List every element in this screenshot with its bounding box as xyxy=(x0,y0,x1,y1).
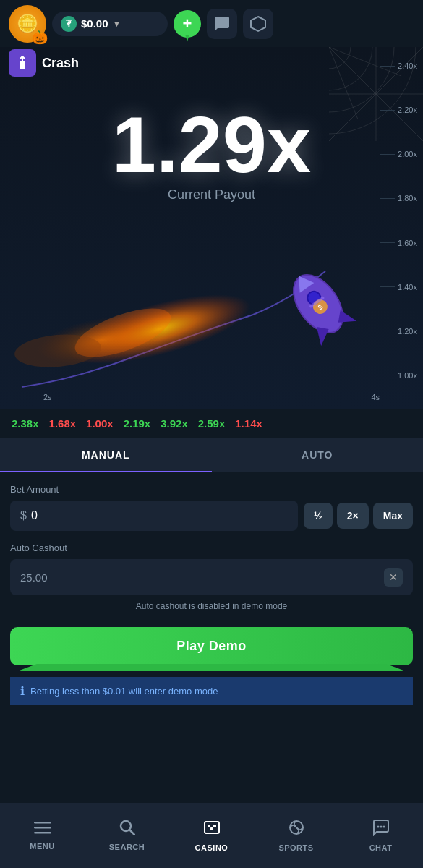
info-text: Betting less than $0.01 will enter demo … xyxy=(30,686,218,697)
svg-rect-29 xyxy=(213,825,216,827)
game-title: Crash xyxy=(42,56,79,71)
search-icon xyxy=(119,820,135,840)
menu-label: MENU xyxy=(30,842,54,851)
info-banner: ℹ Betting less than $0.01 will enter dem… xyxy=(10,677,413,705)
nav-search[interactable]: SEARCH xyxy=(85,812,169,859)
search-label: SEARCH xyxy=(109,843,145,851)
clear-cashout-button[interactable]: ✕ xyxy=(384,568,403,587)
half-button[interactable]: ½ xyxy=(304,503,333,529)
cashout-label: Auto Cashout xyxy=(10,542,413,553)
game-title-area: Crash xyxy=(9,49,79,77)
logo-coin: 🪙 xyxy=(9,5,46,43)
add-funds-button[interactable]: + xyxy=(174,10,201,38)
hex-icon xyxy=(249,15,267,33)
history-item-7: 1.14x xyxy=(232,416,265,431)
svg-point-32 xyxy=(377,826,379,828)
bet-panel: Bet Amount $ ½ 2× Max Auto Cashout 25.00… xyxy=(0,472,423,717)
tether-icon: ₮ xyxy=(61,16,77,32)
chevron-down-icon: ▼ xyxy=(113,19,121,29)
svg-rect-23 xyxy=(34,827,51,829)
game-area: 2.40x 2.20x 2.00x 1.80x 1.60x 1.40x 1.20… xyxy=(0,47,423,409)
bet-amount-input[interactable] xyxy=(31,509,89,522)
tab-manual[interactable]: MANUAL xyxy=(0,439,212,472)
history-item-6: 2.59x xyxy=(195,416,228,431)
time-label-4s: 4s xyxy=(371,393,380,401)
history-item-4: 2.19x xyxy=(121,416,154,431)
multiplier-buttons: ½ 2× Max xyxy=(304,503,413,529)
svg-point-34 xyxy=(383,826,385,828)
balance-amount: $0.00 xyxy=(81,17,108,30)
history-item-3: 1.00x xyxy=(83,416,116,431)
hex-button[interactable] xyxy=(243,9,273,39)
sports-label: SPORTS xyxy=(278,843,313,852)
casino-label: CASINO xyxy=(195,843,228,852)
game-icon xyxy=(9,49,36,77)
bet-amount-row: $ ½ 2× Max xyxy=(10,501,413,531)
currency-symbol: $ xyxy=(20,509,27,522)
chat-nav-icon xyxy=(372,819,390,841)
demo-note: Auto cashout is disabled in demo mode xyxy=(10,595,413,614)
play-demo-button[interactable]: Play Demo xyxy=(10,627,413,665)
history-item-1: 2.38x xyxy=(9,416,42,431)
max-button[interactable]: Max xyxy=(373,503,413,529)
tab-auto[interactable]: AUTO xyxy=(212,439,424,472)
cashout-value: 25.00 xyxy=(20,571,48,584)
svg-line-26 xyxy=(129,830,134,835)
svg-rect-24 xyxy=(34,832,51,834)
rocket-animation: $ xyxy=(0,47,423,409)
sports-icon xyxy=(288,819,305,841)
nav-chat[interactable]: CHAT xyxy=(338,812,423,859)
nav-casino[interactable]: CASINO xyxy=(169,812,254,859)
bottom-nav: MENU SEARCH CASINO xyxy=(0,803,423,868)
svg-rect-28 xyxy=(208,825,210,827)
svg-rect-30 xyxy=(210,827,213,830)
history-item-5: 3.92x xyxy=(158,416,191,431)
amount-input-container: $ xyxy=(10,501,298,531)
svg-rect-35 xyxy=(20,61,25,69)
history-item-2: 1.68x xyxy=(46,416,80,431)
chat-icon xyxy=(213,15,231,33)
bet-amount-label: Bet Amount xyxy=(10,484,413,495)
cashout-section: Auto Cashout 25.00 ✕ Auto cashout is dis… xyxy=(10,542,413,614)
chat-button[interactable] xyxy=(207,9,237,39)
casino-icon xyxy=(203,819,221,841)
chat-nav-label: CHAT xyxy=(369,843,393,852)
balance-button[interactable]: ₮ $0.00 ▼ xyxy=(52,12,168,36)
double-button[interactable]: 2× xyxy=(337,503,369,529)
menu-icon xyxy=(34,820,51,839)
svg-rect-22 xyxy=(34,822,51,824)
nav-sports[interactable]: SPORTS xyxy=(254,812,338,859)
time-label-2s: 2s xyxy=(43,393,52,401)
history-row: 2.38x 1.68x 1.00x 2.19x 3.92x 2.59x 1.14… xyxy=(0,409,423,439)
time-labels: 2s 4s xyxy=(43,393,380,401)
nav-menu[interactable]: MENU xyxy=(0,813,85,858)
svg-marker-0 xyxy=(251,17,265,31)
info-icon: ℹ xyxy=(20,684,25,698)
bet-tabs: MANUAL AUTO xyxy=(0,439,423,472)
cashout-input-row: 25.00 ✕ xyxy=(10,559,413,595)
svg-point-33 xyxy=(380,826,382,828)
header: 🪙 ₮ $0.00 ▼ + xyxy=(0,0,423,47)
